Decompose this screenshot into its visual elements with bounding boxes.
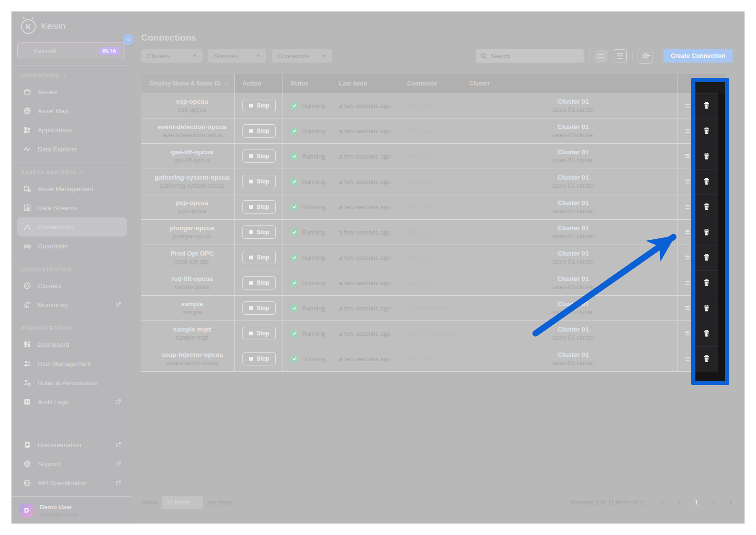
create-connection-button[interactable]: Create Connection bbox=[663, 49, 733, 63]
table-row[interactable]: Prod Opt OPCprod-opt-opcStopRunninga few… bbox=[141, 245, 725, 270]
sidebar-item-user-management[interactable]: User Management bbox=[17, 354, 127, 373]
sidebar-item-data-explorer[interactable]: Data Explorer bbox=[17, 139, 127, 159]
stop-button[interactable]: Stop bbox=[242, 276, 276, 289]
sidebar-item-kelvinai[interactable]: KelvinAI BETA bbox=[17, 42, 125, 59]
table-row[interactable]: sample mqttsample-mqttStopRunninga few s… bbox=[141, 321, 725, 346]
table-row[interactable]: soap-injector-opcuasoap-injector-opcuaSt… bbox=[141, 346, 725, 372]
table-row[interactable]: gas-lift-opcuagas-lift-opcuaStopRunninga… bbox=[141, 144, 725, 169]
section-label-administration[interactable]: ADMINISTRATION▼ bbox=[11, 323, 131, 335]
delete-button[interactable] bbox=[703, 203, 710, 212]
stop-button[interactable]: Stop bbox=[242, 327, 276, 340]
column-header-display-name[interactable]: Display Name & Name ID ↓↑ bbox=[141, 74, 235, 93]
connectors-filter-dropdown[interactable]: Connectors ▼ bbox=[272, 49, 332, 63]
cluster-id: sales-01-cluster bbox=[552, 182, 594, 189]
sidebar-item-label: Clusters bbox=[38, 282, 62, 289]
table-settings-button[interactable] bbox=[638, 49, 652, 64]
cell-display-name: event-detection-opcuaevent-detection-opc… bbox=[141, 118, 235, 143]
cell-action: Stop bbox=[235, 321, 283, 346]
trash-icon bbox=[703, 228, 710, 237]
stop-button[interactable]: Stop bbox=[242, 175, 276, 188]
sidebar-item-asset-map[interactable]: Asset Map bbox=[17, 101, 127, 120]
clusters-icon bbox=[23, 281, 32, 290]
connection-name-id: sample-mqtt bbox=[176, 334, 209, 341]
stop-button[interactable]: Stop bbox=[242, 301, 276, 315]
stop-button[interactable]: Stop bbox=[242, 251, 276, 264]
table-row[interactable]: samplesampleStopRunninga few seconds ago… bbox=[141, 296, 725, 321]
table-row[interactable]: rod-lift-opcuarod-lift-opcuaStopRunninga… bbox=[141, 270, 725, 296]
connection-display-name: gathering-system-opcua bbox=[155, 174, 230, 181]
user-menu[interactable]: D Demo User demo@kelvin.ai bbox=[11, 496, 131, 524]
stop-button[interactable]: Stop bbox=[242, 99, 276, 112]
cell-action: Stop bbox=[235, 118, 283, 143]
cell-cluster: Cluster 01sales-01-cluster bbox=[462, 144, 678, 169]
section-label-operations[interactable]: OPERATIONS▼ bbox=[11, 71, 131, 82]
delete-button[interactable] bbox=[703, 279, 710, 288]
sidebar-item-monitoring[interactable]: Monitoring bbox=[17, 295, 127, 314]
search-box bbox=[476, 49, 584, 63]
prev-page-button[interactable]: ‹ bbox=[678, 498, 681, 506]
sidebar-item-dashboard[interactable]: Dashboard bbox=[17, 335, 127, 354]
statuses-filter-dropdown[interactable]: Statuses ▼ bbox=[208, 49, 266, 63]
cluster-name: Cluster 01 bbox=[557, 351, 588, 358]
api-spec-icon bbox=[23, 479, 32, 487]
delete-button[interactable] bbox=[703, 304, 710, 313]
cell-last-seen: a few seconds ago bbox=[331, 194, 399, 219]
cell-connector: OPC UA bbox=[399, 144, 462, 169]
table-row[interactable]: pcp-opcuapcp-opcuaStopRunninga few secon… bbox=[141, 194, 725, 220]
delete-button[interactable] bbox=[703, 127, 710, 136]
table-row[interactable]: plunger-opcuaplunger-opcuaStopRunninga f… bbox=[141, 220, 725, 245]
sidebar-item-clusters[interactable]: Clusters bbox=[17, 276, 127, 295]
page-size-dropdown[interactable]: 32 items ▼ bbox=[162, 496, 203, 509]
sidebar-item-documentation[interactable]: Documentation bbox=[17, 435, 127, 454]
sidebar-item-guardrails[interactable]: Guardrails bbox=[17, 236, 127, 256]
clusters-filter-dropdown[interactable]: Clusters ▼ bbox=[141, 49, 202, 63]
section-label-orchestration[interactable]: ORCHESTRATION▼ bbox=[11, 265, 131, 276]
compact-view-toggle[interactable] bbox=[595, 50, 608, 63]
delete-button[interactable] bbox=[703, 152, 710, 161]
delete-button[interactable] bbox=[703, 228, 710, 237]
toolbar: Clusters ▼ Statuses ▼ Connectors ▼ bbox=[141, 49, 733, 63]
table-row[interactable]: gathering-system-opcuagathering-system-o… bbox=[141, 169, 725, 194]
stop-button[interactable]: Stop bbox=[242, 225, 276, 239]
trash-icon bbox=[703, 152, 710, 161]
sidebar-item-support[interactable]: Support bbox=[17, 454, 127, 473]
sidebar-item-connections[interactable]: Connections bbox=[17, 217, 127, 236]
search-input[interactable] bbox=[490, 53, 579, 60]
sidebar-item-roles-permissions[interactable]: Roles & Permissions bbox=[17, 373, 127, 392]
sidebar-item-applications[interactable]: Applications bbox=[17, 120, 127, 139]
sidebar-item-data-streams[interactable]: Data Streams bbox=[17, 198, 127, 217]
stop-button[interactable]: Stop bbox=[242, 200, 276, 214]
divider bbox=[632, 51, 632, 61]
list-view-toggle[interactable] bbox=[613, 49, 627, 63]
delete-button[interactable] bbox=[703, 330, 710, 339]
section-label-assets-and-data[interactable]: ASSETS AND DATA▼ bbox=[11, 168, 131, 179]
delete-button[interactable] bbox=[703, 102, 710, 111]
stop-button[interactable]: Stop bbox=[242, 124, 276, 138]
table-row[interactable]: event-detection-opcuaevent-detection-opc… bbox=[141, 118, 725, 144]
cluster-name: Cluster 01 bbox=[557, 149, 588, 156]
sidebar-collapse-button[interactable]: ‹ bbox=[123, 34, 134, 45]
sidebar-item-assets[interactable]: Assets bbox=[17, 82, 127, 101]
delete-button[interactable] bbox=[703, 355, 710, 364]
delete-button[interactable] bbox=[703, 254, 710, 263]
last-page-button[interactable]: » bbox=[729, 498, 733, 506]
cell-last-seen: a few seconds ago bbox=[331, 270, 399, 295]
sidebar-item-audit-logs[interactable]: Audit Logs bbox=[17, 392, 127, 411]
sort-icon[interactable]: ↓↑ bbox=[224, 81, 228, 86]
cell-last-seen: a few seconds ago bbox=[331, 321, 399, 346]
table-row[interactable]: esp-opcuaesp-opcuaStopRunninga few secon… bbox=[141, 93, 725, 118]
trash-icon bbox=[703, 102, 710, 111]
cell-last-seen: a few seconds ago bbox=[331, 144, 399, 169]
stop-icon bbox=[249, 281, 253, 285]
sidebar-item-asset-management[interactable]: Asset Management bbox=[17, 179, 127, 198]
sidebar-item-api-specification[interactable]: API Specification bbox=[17, 473, 127, 492]
first-page-button[interactable]: « bbox=[660, 498, 664, 506]
section-label-text: ORCHESTRATION bbox=[21, 267, 72, 272]
cluster-name: Cluster 01 bbox=[557, 300, 588, 308]
cluster-name: Cluster 01 bbox=[557, 225, 588, 232]
stop-button[interactable]: Stop bbox=[242, 150, 276, 163]
stop-button[interactable]: Stop bbox=[242, 352, 276, 365]
cell-last-seen: a few seconds ago bbox=[331, 169, 399, 194]
next-page-button[interactable]: › bbox=[713, 498, 715, 506]
delete-button[interactable] bbox=[703, 178, 710, 187]
